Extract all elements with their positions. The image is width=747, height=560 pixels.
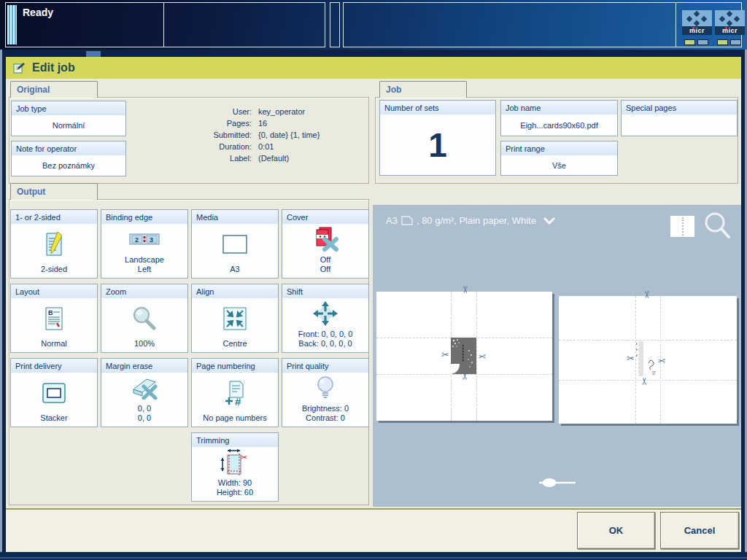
stacker-icon: [11, 373, 97, 413]
zoom-tile[interactable]: Zoom 100%: [101, 284, 188, 353]
preview-sheet-back: ✂ ✂ ✂ ✂: [559, 296, 737, 424]
scissors-mark-icon: ✂: [657, 356, 665, 365]
ok-button[interactable]: OK: [577, 512, 655, 549]
tile-label: Align: [192, 284, 278, 298]
print-delivery-tile[interactable]: Print delivery Stacker: [10, 358, 98, 427]
narrow-panel[interactable]: [330, 2, 340, 47]
cover-off-icon: [282, 224, 368, 254]
panel-divider: [163, 3, 164, 47]
media-tile[interactable]: Media A3: [191, 209, 279, 279]
tab-output: Output: [10, 183, 98, 200]
tile-label: Layout: [11, 284, 97, 298]
tile-label: Trimming: [192, 433, 278, 447]
window-bottom-border: [0, 552, 747, 560]
special-pages-tile[interactable]: Special pages: [621, 100, 738, 136]
cancel-button[interactable]: Cancel: [660, 512, 739, 549]
paper-selector[interactable]: A3 , 80 g/m², Plain paper, White: [386, 215, 556, 226]
tile-value: Width: 90 Height: 60: [192, 478, 278, 501]
micr-diamonds-icon: [682, 10, 712, 26]
info-value: 16: [258, 117, 267, 129]
micr-logo-text: micr: [715, 26, 745, 35]
eraser-icon: [101, 373, 187, 403]
info-value: 0:01: [258, 141, 274, 152]
tile-value: Eigh...cards90x60.pdf: [501, 114, 617, 136]
shift-tile[interactable]: Shift Front: 0, 0, 0, 0 Back: 0, 0, 0, 0: [282, 284, 369, 353]
sheet-icon: [401, 216, 413, 225]
edit-job-icon: [12, 61, 26, 74]
dialog-titlebar: Edit job: [6, 57, 741, 79]
info-label: User:: [146, 106, 252, 117]
tile-label: Zoom: [101, 284, 187, 298]
preview-zoom-icon[interactable]: [703, 211, 732, 241]
layout-normal-icon: B: [11, 298, 97, 338]
tile-label: Page numbering: [192, 359, 278, 373]
page-numbering-tile[interactable]: Page numbering # No page numbers: [191, 358, 279, 427]
job-name-tile[interactable]: Job name Eigh...cards90x60.pdf: [500, 100, 618, 136]
trimming-tile[interactable]: Trimming ✂ Width: 90 Height: 60: [191, 432, 279, 502]
tile-value: Brightness: 0 Contrast: 0: [282, 403, 368, 427]
svg-text:B: B: [48, 309, 53, 316]
magnifier-icon: [101, 298, 187, 338]
tile-value: 1: [380, 114, 495, 175]
tile-value: [622, 114, 737, 136]
tile-label: Print range: [501, 141, 617, 155]
output-tiles-grid: 1- or 2-sided 2-sided Binding edge 2 3: [10, 209, 369, 502]
tile-value: Landscape Left: [101, 254, 187, 278]
two-sided-icon: [11, 224, 97, 264]
align-centre-icon: [192, 298, 278, 338]
tile-value: Bez poznámky: [12, 155, 125, 176]
tile-label: Job name: [501, 101, 617, 114]
svg-text:✂: ✂: [241, 453, 247, 462]
lightbulb-icon: [282, 373, 368, 403]
micr-level-leds-2: [717, 39, 741, 45]
svg-text:3: 3: [150, 236, 153, 244]
preview-slider-handle-icon[interactable]: [539, 478, 576, 488]
job-info-block: User:key_operator Pages:16 Submitted:{0,…: [146, 106, 365, 164]
tile-value: No page numbers: [192, 413, 278, 427]
layout-tile[interactable]: Layout B Normal: [10, 284, 98, 353]
one-or-two-sided-tile[interactable]: 1- or 2-sided 2-sided: [10, 209, 98, 279]
svg-text:#: #: [235, 395, 241, 406]
tile-label: Binding edge: [101, 210, 187, 224]
micr-toner-icon-1[interactable]: micr: [682, 10, 712, 35]
tile-label: Print delivery: [11, 359, 97, 373]
tile-value: Stacker: [11, 413, 97, 427]
binding-edge-icon: 2 3: [101, 224, 187, 254]
print-range-tile[interactable]: Print range Vše: [500, 141, 618, 176]
tile-value: Vše: [501, 155, 617, 175]
info-value: key_operator: [258, 106, 305, 117]
tile-value: 0, 0 0, 0: [101, 403, 187, 427]
print-quality-tile[interactable]: Print quality Brightness: 0 Contrast: 0: [282, 358, 369, 427]
media-sheet-icon: [192, 224, 278, 264]
tile-value: Normální: [12, 115, 125, 136]
chevron-down-icon: [543, 217, 556, 225]
note-for-operator-tile[interactable]: Note for operator Bez poznámky: [11, 141, 126, 176]
spread-view-toggle-icon[interactable]: [670, 216, 694, 237]
tile-value: 100%: [101, 338, 187, 352]
scissors-mark-icon: ✂: [460, 286, 470, 294]
preview-sheet-front: ✂ ✂ ✂ ✂: [376, 292, 552, 421]
micr-level-leds-1: [684, 39, 708, 45]
tile-label: Shift: [282, 284, 368, 298]
margin-erase-tile[interactable]: Margin erase 0, 0 0, 0: [101, 358, 188, 427]
align-tile[interactable]: Align Centre: [191, 284, 279, 353]
status-bar: Ready micr micr: [0, 0, 747, 50]
scissors-mark-icon: ✂: [441, 350, 449, 359]
cover-tile[interactable]: Cover Off Off: [282, 209, 369, 279]
printer-status-text: Ready: [23, 7, 53, 18]
tile-label: Margin erase: [101, 359, 187, 373]
job-type-tile[interactable]: Job type Normální: [11, 101, 126, 136]
window-notch: [86, 51, 101, 57]
paper-size: A3: [386, 215, 398, 226]
tile-label: Number of sets: [380, 101, 495, 114]
info-label: Submitted:: [146, 129, 252, 141]
tile-label: Print quality: [282, 359, 368, 373]
scissors-mark-icon: ✂: [478, 351, 486, 361]
dialog-title: Edit job: [32, 61, 75, 74]
number-of-sets-tile[interactable]: Number of sets 1: [379, 100, 496, 176]
micr-toner-icon-2[interactable]: micr: [715, 10, 745, 35]
info-value: {0, date} {1, time}: [258, 129, 320, 141]
tile-label: Special pages: [622, 101, 737, 114]
panel-divider: [676, 3, 676, 47]
binding-edge-tile[interactable]: Binding edge 2 3 Landscape Left: [101, 209, 188, 279]
